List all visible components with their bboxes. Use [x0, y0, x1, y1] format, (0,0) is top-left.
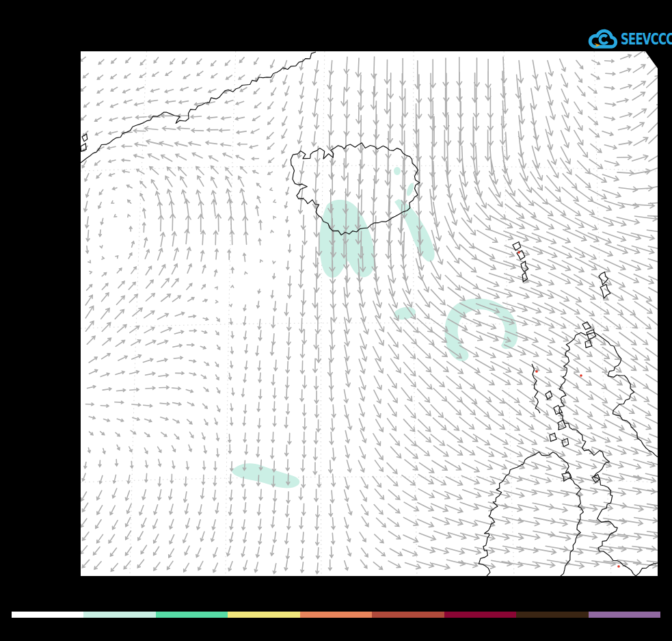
city-marker	[535, 370, 538, 373]
city-marker	[518, 251, 520, 254]
seevccc-logo: SEEVCCC	[587, 26, 663, 52]
colorbar-segment	[12, 612, 83, 618]
colorbar-segment	[300, 612, 372, 618]
hebrides-4	[550, 433, 556, 441]
logo-text: SEEVCCC	[621, 31, 672, 47]
shade-spot-iceland-ne	[394, 167, 401, 175]
cloud-swirl	[600, 36, 608, 44]
wind-speed-colorbar	[12, 612, 660, 618]
colorbar-segment	[372, 612, 444, 618]
weather-map-svg	[81, 51, 658, 576]
page-background: SEEVCCC	[0, 0, 672, 641]
city-marker	[617, 565, 620, 568]
ireland-east-coast	[525, 452, 583, 576]
colorbar-segment	[228, 612, 299, 618]
ireland-west-coast	[479, 460, 525, 576]
wind-arrows	[81, 51, 658, 573]
colorbar-segment	[83, 612, 155, 618]
colorbar-segment	[589, 612, 660, 618]
colorbar-segment	[156, 612, 228, 618]
hebrides-3	[558, 420, 566, 430]
wind-arrows-layer	[81, 51, 658, 573]
wind-map-panel	[81, 51, 658, 576]
colorbar-segment	[444, 612, 516, 618]
britain-west-coast	[559, 335, 636, 576]
colorbar-segment	[516, 612, 588, 618]
cloud-icon	[587, 27, 619, 51]
city-marker	[580, 374, 582, 377]
shade-sliver-iceland-se	[405, 182, 415, 197]
